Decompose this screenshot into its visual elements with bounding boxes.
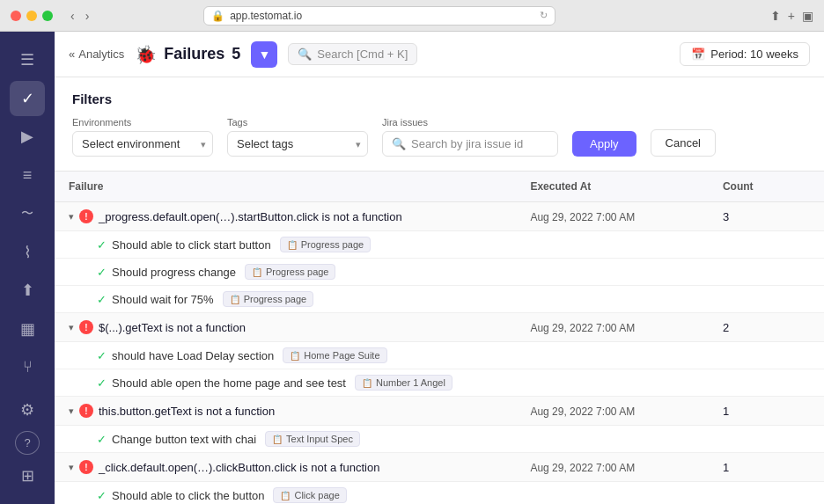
executed-at: Aug 29, 2022 7:00 AM [530, 322, 635, 334]
suite-tag[interactable]: 📋 Click page [273, 487, 346, 503]
check-icon: ✓ [97, 266, 107, 279]
suite-tag[interactable]: 📋 Home Page Suite [283, 347, 386, 363]
suite-name: Progress page [244, 294, 307, 304]
sidebar-icon-analytics[interactable]: 〜 [10, 196, 45, 231]
tags-filter-group: Tags Select tags [227, 117, 368, 157]
share-icon[interactable]: ⬆ [770, 9, 781, 23]
group-failure-cell: ▾ ! $(...).getText is not a function [55, 313, 516, 342]
back-chevron-icon: « [69, 47, 75, 61]
chevron-icon[interactable]: ▾ [69, 211, 74, 223]
group-failure-cell: ▾ ! _click.default.open(…).clickButton.c… [55, 453, 516, 482]
error-name: _click.default.open(…).clickButton.click… [99, 461, 379, 474]
error-badge: ! [79, 460, 93, 474]
fullscreen-button[interactable] [42, 11, 53, 21]
sidebar-icon-bar-chart[interactable]: ▦ [10, 311, 45, 347]
check-icon: ✓ [97, 238, 107, 252]
check-icon: ✓ [97, 433, 107, 446]
suite-icon: 📋 [287, 240, 298, 250]
child-cell: ✓ Should able to click start button 📋 Pr… [55, 231, 824, 259]
jira-search-box[interactable]: 🔍 Search by jira issue id [382, 131, 558, 157]
search-icon: 🔍 [298, 47, 312, 61]
tags-select[interactable]: Select tags [227, 131, 368, 157]
sidebar-icon-layers[interactable]: ⊞ [10, 458, 45, 493]
suite-icon: 📋 [230, 295, 240, 304]
child-cell: ✓ Should progress change 📋 Progress page [55, 259, 824, 286]
apply-button[interactable]: Apply [572, 131, 636, 157]
sidebar-icon-import[interactable]: ⬆ [10, 274, 45, 309]
chevron-icon[interactable]: ▾ [69, 462, 74, 473]
table-group-row: ▾ ! this.button.getText is not a functio… [55, 397, 824, 426]
browser-chrome: ‹ › 🔒 app.testomat.io ↻ ⬆ + ▣ [0, 0, 824, 32]
address-bar[interactable]: 🔒 app.testomat.io ↻ [203, 6, 555, 26]
table-row: ✓ Should able open the home page and see… [55, 369, 824, 397]
filters-section: Filters Environments Select environment … [55, 77, 824, 172]
count-value: 1 [723, 461, 729, 474]
close-button[interactable] [11, 11, 21, 21]
forward-nav-button[interactable]: › [82, 7, 93, 25]
back-nav-button[interactable]: ‹ [67, 7, 78, 25]
jira-search-placeholder: Search by jira issue id [411, 137, 523, 150]
group-executed-cell: Aug 29, 2022 7:00 AM [516, 313, 709, 342]
environment-filter-group: Environments Select environment [72, 117, 213, 157]
suite-tag[interactable]: 📋 Progress page [280, 237, 372, 252]
sidebar-icon-check[interactable]: ✓ [10, 81, 45, 116]
failures-count: 5 [232, 45, 240, 63]
page-title-area: 🐞 Failures 5 [135, 44, 240, 65]
search-box[interactable]: 🔍 Search [Cmd + K] [288, 43, 417, 65]
group-executed-cell: Aug 29, 2022 7:00 AM [516, 202, 709, 231]
period-button[interactable]: 📅 Period: 10 weeks [680, 42, 810, 66]
topbar: « Analytics 🐞 Failures 5 ▼ 🔍 Search [Cmd… [55, 32, 824, 77]
table-row: ✓ Should able to click the button 📋 Clic… [55, 482, 824, 505]
table-area: Failure Executed At Count ▾ ! _progress.… [55, 172, 824, 504]
suite-tag[interactable]: 📋 Progress page [245, 264, 336, 280]
table-row: ✓ Should progress change 📋 Progress page [55, 259, 824, 286]
suite-tag[interactable]: 📋 Text Input Spec [265, 431, 360, 447]
suite-tag[interactable]: 📋 Progress page [223, 291, 314, 307]
error-badge: ! [79, 320, 93, 334]
calendar-icon: 📅 [691, 47, 705, 61]
refresh-icon[interactable]: ↻ [540, 10, 548, 21]
suite-name: Click page [294, 490, 339, 500]
tags-select-wrapper: Select tags [227, 131, 368, 157]
filter-button[interactable]: ▼ [251, 41, 277, 68]
group-failure-cell: ▾ ! this.button.getText is not a functio… [55, 397, 516, 426]
add-tab-icon[interactable]: + [788, 9, 795, 23]
child-cell: ✓ should have Load Delay section 📋 Home … [55, 342, 824, 369]
table-row: ✓ Should able to click start button 📋 Pr… [55, 231, 824, 259]
check-icon: ✓ [97, 376, 107, 390]
count-value: 1 [723, 405, 729, 418]
sidebar-icon-branch[interactable]: ⑂ [10, 350, 45, 385]
group-failure-cell: ▾ ! _progress.default.open(…).startButto… [55, 202, 516, 231]
child-cell: ✓ Should able open the home page and see… [55, 369, 824, 397]
jira-filter-group: Jira issues 🔍 Search by jira issue id [382, 117, 558, 157]
suite-icon: 📋 [290, 351, 300, 361]
sidebar-icon-help[interactable]: ? [15, 431, 40, 456]
table-group-row: ▾ ! _progress.default.open(…).startButto… [55, 202, 824, 231]
count-value: 3 [723, 210, 729, 223]
child-cell: ✓ Change button text with chai 📋 Text In… [55, 426, 824, 453]
test-name: Should able to click the button [112, 489, 264, 502]
chevron-icon[interactable]: ▾ [69, 405, 74, 417]
sidebar-icon-waves[interactable]: ⌇ [10, 235, 45, 270]
sidebar-toggle-icon[interactable]: ▣ [802, 9, 813, 23]
sidebar-icon-menu[interactable]: ☰ [10, 42, 45, 77]
col-header-failure: Failure [55, 172, 516, 202]
sidebar-icon-settings[interactable]: ⚙ [10, 392, 45, 427]
environment-select[interactable]: Select environment [72, 131, 213, 157]
chevron-icon[interactable]: ▾ [69, 322, 74, 333]
minimize-button[interactable] [26, 11, 37, 21]
cancel-button[interactable]: Cancel [651, 129, 716, 157]
tags-label: Tags [227, 117, 368, 128]
browser-actions: ⬆ + ▣ [770, 9, 813, 23]
suite-name: Home Page Suite [304, 350, 379, 361]
sidebar-icon-play[interactable]: ▶ [10, 120, 45, 155]
sidebar: ☰ ✓ ▶ ≡ 〜 ⌇ ⬆ ▦ ⑂ ⚙ ? ⊞ [0, 32, 55, 504]
executed-at: Aug 29, 2022 7:00 AM [530, 211, 635, 223]
analytics-label: Analytics [78, 47, 124, 61]
error-name: _progress.default.open(…).startButton.cl… [99, 210, 402, 223]
analytics-back-link[interactable]: « Analytics [69, 47, 124, 61]
suite-icon: 📋 [272, 435, 283, 444]
suite-tag[interactable]: 📋 Number 1 Angel [355, 375, 452, 391]
child-cell: ✓ Should able to click the button 📋 Clic… [55, 482, 824, 505]
sidebar-icon-list[interactable]: ≡ [10, 157, 45, 193]
